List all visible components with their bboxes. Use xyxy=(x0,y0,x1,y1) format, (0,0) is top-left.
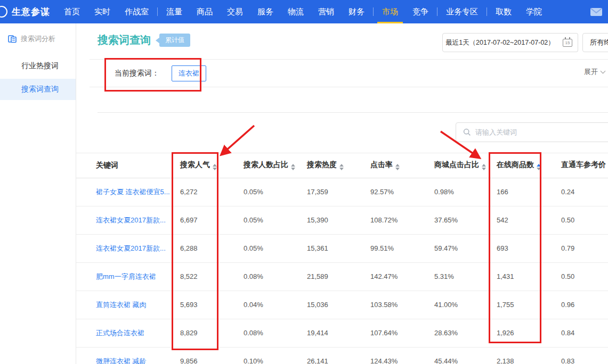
table-body: 裙子女夏 连衣裙便宜5...6,2720.05%17,35992.57%0.98… xyxy=(76,178,608,364)
table-cell: 37.65% xyxy=(434,206,497,234)
nav-item[interactable]: 流量 xyxy=(166,0,182,23)
table-cell: 0.50 xyxy=(561,206,608,234)
table-cell: 15,036 xyxy=(307,291,370,319)
table-row: 连衣裙女夏2017新款...6,6970.05%15,390108.72%37.… xyxy=(76,206,608,234)
expand-button[interactable]: 展开 xyxy=(584,67,605,77)
column-header[interactable]: 搜索热度 xyxy=(307,153,370,178)
nav-item[interactable]: 实时 xyxy=(94,0,110,23)
column-header[interactable]: 直通车参考价 xyxy=(561,153,608,178)
app-logo[interactable]: 生意参谋 xyxy=(0,6,50,18)
nav-divider xyxy=(157,7,158,16)
keyword-link[interactable]: 肥mm一字肩连衣裙 xyxy=(96,272,156,280)
column-header[interactable]: 商城点击占比 xyxy=(434,153,497,178)
table-cell: 正式场合连衣裙 xyxy=(76,319,180,347)
current-keyword-chip[interactable]: 连衣裙 xyxy=(172,65,206,81)
table-cell: 26,141 xyxy=(307,347,370,364)
keyword-link[interactable]: 裙子女夏 连衣裙便宜5... xyxy=(96,188,170,196)
section-divider xyxy=(98,112,608,113)
table-cell: 41.00% xyxy=(434,291,497,319)
nav-group: 取数学院 xyxy=(496,0,542,23)
sort-down-arrow xyxy=(395,168,400,170)
nav-item[interactable]: 业务专区 xyxy=(446,0,478,23)
table-cell: 108.72% xyxy=(370,206,434,234)
table-cell: 15,390 xyxy=(307,206,370,234)
keyword-search-box: × xyxy=(456,122,608,142)
nav-item[interactable]: 作战室 xyxy=(125,0,149,23)
column-label: 搜索热度 xyxy=(307,160,337,169)
nav-item[interactable]: 商品 xyxy=(197,0,213,23)
table-cell: 0.50 xyxy=(561,262,608,291)
nav-item[interactable]: 首页 xyxy=(64,0,80,23)
table-cell: 28.63% xyxy=(434,319,497,347)
keyword-link[interactable]: 连衣裙女夏2017新款... xyxy=(96,216,166,224)
sort-icon[interactable] xyxy=(482,164,486,170)
terminal-filter-select[interactable]: 所有终端 xyxy=(582,33,608,52)
table-row: 微胖连衣裙 减龄9,8560.10%26,141124.43%45.44%2,1… xyxy=(76,347,608,364)
table-cell: 21,589 xyxy=(307,262,370,291)
keyword-link[interactable]: 正式场合连衣裙 xyxy=(96,329,144,337)
nav-divider xyxy=(373,7,374,16)
table-cell: 6,272 xyxy=(180,178,244,206)
column-header[interactable]: 搜索人气 xyxy=(180,153,244,178)
column-label: 直通车参考价 xyxy=(561,160,606,169)
column-header[interactable]: 在线商品数 xyxy=(497,153,561,178)
sidebar-item[interactable]: 行业热搜词 xyxy=(0,55,76,77)
sort-icon[interactable] xyxy=(339,164,344,170)
table-cell: 微胖连衣裙 减龄 xyxy=(76,347,180,364)
table-cell: 连衣裙女夏2017新款... xyxy=(76,234,180,262)
table-cell: 92.57% xyxy=(370,178,434,206)
sidebar-item[interactable]: 搜索词查询 xyxy=(0,79,76,100)
nav-item[interactable]: 市场 xyxy=(382,0,398,23)
keyword-link[interactable]: 微胖连衣裙 减龄 xyxy=(96,357,147,364)
date-range-label: 最近1天（2017-07-02~2017-07-02） xyxy=(445,38,555,47)
column-header[interactable]: 搜索人数占比 xyxy=(244,153,307,178)
keyword-link[interactable]: 直筒连衣裙 藏肉 xyxy=(96,301,147,309)
table-cell: 0.05% xyxy=(244,178,307,206)
nav-item[interactable]: 服务 xyxy=(257,0,273,23)
nav-divider xyxy=(437,7,437,16)
table-cell: 1,431 xyxy=(497,262,561,291)
table-cell: 142.47% xyxy=(370,262,434,291)
table-cell: 0.79 xyxy=(561,234,608,262)
sidebar-section-label: 搜索词分析 xyxy=(21,34,55,44)
search-analysis-icon xyxy=(8,35,17,43)
expand-label: 展开 xyxy=(584,67,598,77)
nav-item[interactable]: 物流 xyxy=(288,0,304,23)
date-range-picker[interactable]: 最近1天（2017-07-02~2017-07-02） xyxy=(442,33,558,52)
table-cell: 1,926 xyxy=(497,319,561,347)
sort-up-arrow xyxy=(339,164,344,167)
sort-icon[interactable] xyxy=(213,164,217,170)
sort-icon[interactable] xyxy=(395,164,400,170)
nav-item[interactable]: 取数 xyxy=(496,0,512,23)
search-input[interactable] xyxy=(475,128,608,136)
sort-icon[interactable] xyxy=(291,164,295,170)
main-content: 搜索词查询 累计值 最近1天（2017-07-02~2017-07-02） 15… xyxy=(76,23,608,364)
sort-down-arrow xyxy=(213,168,217,170)
keyword-link[interactable]: 连衣裙女夏2017新款... xyxy=(96,244,166,252)
cumulative-badge: 累计值 xyxy=(159,34,190,47)
table-cell: 103.58% xyxy=(370,291,434,319)
table-cell: 59.47% xyxy=(434,234,497,262)
table-cell: 直筒连衣裙 藏肉 xyxy=(76,291,180,319)
nav-item[interactable]: 学院 xyxy=(526,0,542,23)
sort-icon[interactable] xyxy=(537,164,541,170)
table-cell: 8,829 xyxy=(180,319,244,347)
mail-button[interactable] xyxy=(590,7,603,16)
table-row: 直筒连衣裙 藏肉5,6930.04%15,036103.58%41.00%1,7… xyxy=(76,291,608,319)
table-row: 连衣裙女夏2017新款...6,2880.05%15,36199.51%59.4… xyxy=(76,234,608,262)
table-cell: 0.96 xyxy=(561,291,608,319)
sort-down-arrow xyxy=(482,168,486,170)
nav-item[interactable]: 营销 xyxy=(318,0,334,23)
nav-item[interactable]: 财务 xyxy=(348,0,364,23)
top-nav: 生意参谋 首页实时作战室流量商品交易服务物流营销财务市场竞争业务专区取数学院 xyxy=(0,0,608,23)
sort-up-arrow xyxy=(213,164,217,167)
chevron-down-icon xyxy=(601,68,606,73)
nav-item[interactable]: 竞争 xyxy=(412,0,428,23)
calendar-button[interactable]: 15 xyxy=(557,33,578,52)
nav-item[interactable]: 交易 xyxy=(227,0,243,23)
column-header[interactable]: 点击率 xyxy=(370,153,434,178)
sidebar-section-search-analysis: 搜索词分析 xyxy=(0,23,76,44)
table-cell: 5.31% xyxy=(434,262,497,291)
column-label: 商城点击占比 xyxy=(434,160,479,169)
nav-divider xyxy=(487,7,487,16)
